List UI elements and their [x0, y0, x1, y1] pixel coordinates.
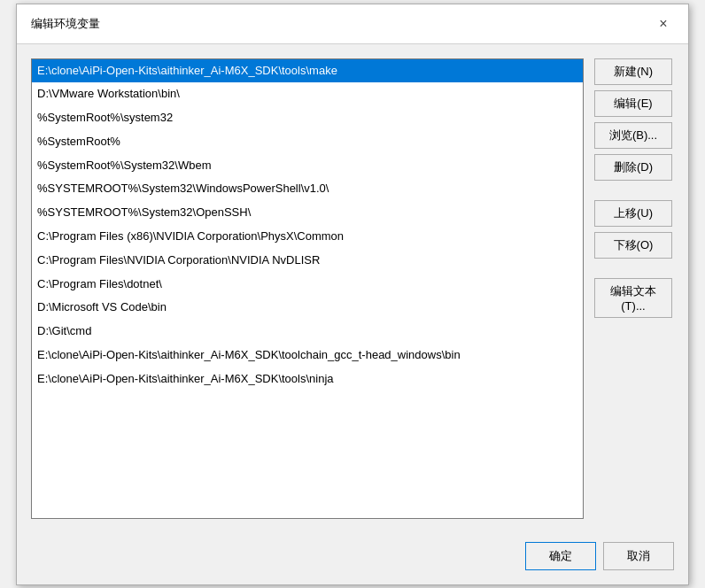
cancel-button[interactable]: 取消: [603, 542, 674, 570]
list-item[interactable]: D:\Git\cmd: [32, 320, 583, 344]
delete-button[interactable]: 删除(D): [594, 154, 672, 181]
list-item[interactable]: %SYSTEMROOT%\System32\OpenSSH\: [32, 201, 583, 225]
move-down-button[interactable]: 下移(O): [594, 232, 672, 259]
list-item[interactable]: C:\Program Files (x86)\NVIDIA Corporatio…: [32, 225, 583, 249]
list-item[interactable]: %SystemRoot%\system32: [32, 106, 583, 130]
spacer2: [594, 264, 674, 273]
list-item[interactable]: %SystemRoot%\System32\Wbem: [32, 154, 583, 178]
list-item[interactable]: C:\Program Files\NVIDIA Corporation\NVID…: [32, 249, 583, 273]
list-item[interactable]: %SystemRoot%: [32, 130, 583, 154]
env-list[interactable]: E:\clone\AiPi-Open-Kits\aithinker_Ai-M6X…: [31, 58, 584, 519]
ok-button[interactable]: 确定: [525, 542, 596, 570]
buttons-panel: 新建(N) 编辑(E) 浏览(B)... 删除(D) 上移(U) 下移(O) 编…: [594, 58, 674, 519]
spacer1: [594, 186, 674, 195]
list-item[interactable]: D:\Microsoft VS Code\bin: [32, 296, 583, 320]
list-item[interactable]: E:\clone\AiPi-Open-Kits\aithinker_Ai-M6X…: [32, 59, 583, 83]
list-item[interactable]: D:\VMware Workstation\bin\: [32, 82, 583, 106]
edit-env-dialog: 编辑环境变量 × E:\clone\AiPi-Open-Kits\aithink…: [16, 4, 689, 585]
title-bar: 编辑环境变量 ×: [17, 4, 688, 44]
dialog-footer: 确定 取消: [17, 533, 688, 584]
browse-button[interactable]: 浏览(B)...: [594, 122, 672, 149]
dialog-body: E:\clone\AiPi-Open-Kits\aithinker_Ai-M6X…: [17, 44, 688, 533]
list-item[interactable]: C:\Program Files\dotnet\: [32, 273, 583, 297]
new-button[interactable]: 新建(N): [594, 58, 672, 85]
edit-text-button[interactable]: 编辑文本(T)...: [594, 278, 672, 318]
edit-button[interactable]: 编辑(E): [594, 90, 672, 117]
list-item[interactable]: E:\clone\AiPi-Open-Kits\aithinker_Ai-M6X…: [32, 344, 583, 368]
close-button[interactable]: ×: [653, 13, 674, 35]
list-item[interactable]: %SYSTEMROOT%\System32\WindowsPowerShell\…: [32, 177, 583, 201]
list-item[interactable]: E:\clone\AiPi-Open-Kits\aithinker_Ai-M6X…: [32, 368, 583, 391]
move-up-button[interactable]: 上移(U): [594, 200, 672, 227]
dialog-title: 编辑环境变量: [31, 16, 100, 32]
